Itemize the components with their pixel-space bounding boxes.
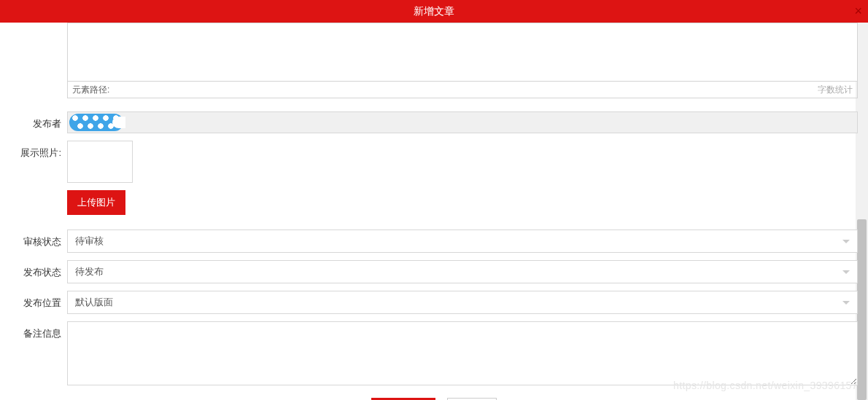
editor-footer: 元素路径: 字数统计 bbox=[67, 81, 858, 98]
row-publish-status: 发布状态 待发布 bbox=[10, 260, 858, 283]
chevron-down-icon bbox=[842, 240, 850, 243]
row-thumbnail: 展示照片: 上传图片 bbox=[10, 141, 858, 215]
editor-word-count[interactable]: 字数统计 bbox=[818, 84, 853, 96]
select-publish-status[interactable]: 待发布 bbox=[67, 260, 858, 283]
row-remark: 备注信息 bbox=[10, 321, 858, 388]
close-icon[interactable]: × bbox=[854, 0, 862, 23]
label-thumbnail: 展示照片: bbox=[10, 141, 67, 215]
remark-textarea[interactable] bbox=[67, 321, 858, 385]
publisher-avatar-icon bbox=[69, 114, 123, 131]
row-publisher: 发布者 bbox=[10, 111, 858, 133]
dialog-title-bar: 新增文章 × bbox=[0, 0, 868, 23]
row-publish-position: 发布位置 默认版面 bbox=[10, 291, 858, 314]
publisher-input[interactable] bbox=[67, 111, 858, 133]
select-publish-position-value: 默认版面 bbox=[75, 296, 113, 309]
chevron-down-icon bbox=[842, 270, 850, 274]
dialog-new-article: 新增文章 × 元素路径: 字数统计 发布者 展示照片: bbox=[0, 0, 868, 400]
label-audit-status: 审核状态 bbox=[10, 230, 67, 253]
dialog-title: 新增文章 bbox=[414, 5, 454, 17]
thumbnail-preview bbox=[67, 141, 133, 183]
label-remark: 备注信息 bbox=[10, 321, 67, 388]
label-publish-status: 发布状态 bbox=[10, 260, 67, 283]
dialog-body: 元素路径: 字数统计 发布者 展示照片: 上传图片 审核状态 bbox=[4, 23, 864, 400]
select-audit-status[interactable]: 待审核 bbox=[67, 230, 858, 253]
editor-content[interactable] bbox=[67, 23, 858, 81]
label-publish-position: 发布位置 bbox=[10, 291, 67, 314]
chevron-down-icon bbox=[842, 301, 850, 305]
select-publish-position[interactable]: 默认版面 bbox=[67, 291, 858, 314]
upload-image-button[interactable]: 上传图片 bbox=[67, 190, 125, 215]
select-publish-status-value: 待发布 bbox=[75, 265, 104, 278]
row-audit-status: 审核状态 待审核 bbox=[10, 230, 858, 253]
select-audit-status-value: 待审核 bbox=[75, 235, 104, 248]
editor-path-label: 元素路径: bbox=[72, 84, 109, 96]
label-publisher: 发布者 bbox=[10, 111, 67, 133]
editor-area: 元素路径: 字数统计 bbox=[67, 23, 858, 98]
